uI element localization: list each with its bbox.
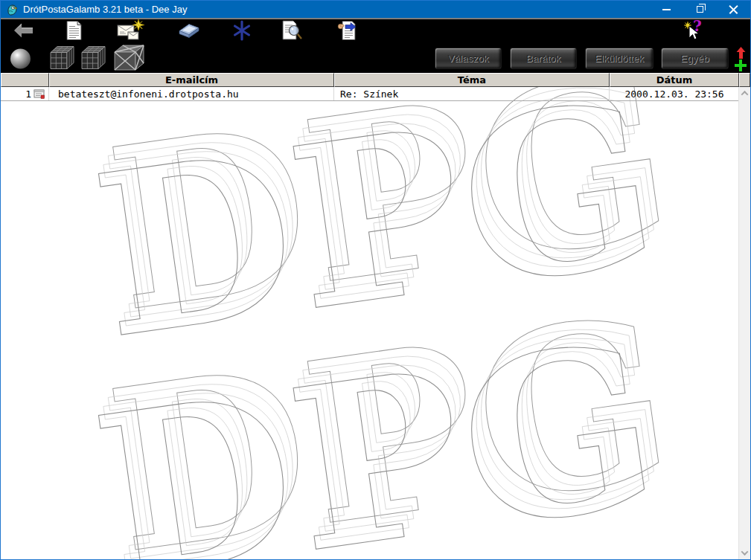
button-label: Válaszok	[448, 53, 489, 64]
category-button-egyeb[interactable]: Egyéb	[661, 48, 729, 69]
search-mail-icon[interactable]	[282, 20, 303, 44]
wireframe-front-face: DPG	[82, 292, 674, 559]
mail-list-content: DPG DPG DPG DPG DPG DPG DPG DPG 1	[1, 87, 750, 559]
column-header-subject[interactable]: Téma	[334, 73, 610, 87]
scroll-down-button[interactable]	[739, 547, 751, 559]
column-header-date[interactable]: Dátum	[610, 73, 739, 87]
chevron-up-icon	[741, 91, 749, 98]
column-header-index[interactable]	[1, 73, 49, 87]
category-button-valaszok[interactable]: Válaszok	[435, 48, 502, 69]
close-icon	[729, 4, 738, 14]
mail-item-icon	[33, 89, 45, 99]
trash-cube-icon[interactable]	[79, 45, 106, 73]
delete-cube-icon[interactable]	[111, 44, 146, 74]
wireframe-edge: DPG	[92, 274, 684, 559]
mail-row-date-cell: 2000.12.03. 23:56	[610, 87, 739, 100]
minimize-button[interactable]	[650, 1, 683, 18]
mail-row-subject-cell: Re: Színek	[334, 87, 610, 100]
asterisk-icon[interactable]	[233, 20, 251, 44]
restore-button[interactable]	[683, 1, 717, 18]
mail-row-email-cell: betateszt@infoneni.drotposta.hu	[49, 87, 334, 100]
category-button-elkuldottek[interactable]: Elküldöttek	[585, 48, 653, 69]
mail-list-header: E-mailcím Téma Dátum	[1, 73, 750, 87]
header-corner	[739, 73, 750, 87]
scroll-up-button[interactable]	[739, 87, 751, 100]
mail-row-date: 2000.12.03. 23:56	[624, 88, 723, 100]
wireframe-edge: DPG	[86, 283, 679, 559]
restore-icon	[697, 6, 703, 13]
new-document-icon[interactable]	[66, 21, 82, 44]
dpg-wireframe-watermark: DPG DPG DPG DPG DPG DPG DPG DPG	[1, 87, 740, 559]
chevron-down-icon	[741, 548, 749, 556]
titlebar: DrótPostaGalamb 3.21 beta - Dee Jay	[1, 1, 750, 18]
mail-row[interactable]: 1 betateszt@infoneni.drotposta.hu Re: Sz…	[1, 87, 739, 101]
wireframe-back-face: DPG	[96, 87, 688, 361]
wireframe-edge: DPG	[92, 87, 684, 370]
mail-row-subject: Re: Színek	[340, 88, 398, 100]
wireframe-back-face: DPG	[96, 265, 688, 559]
mail-row-email: betateszt@infoneni.drotposta.hu	[58, 88, 239, 100]
trash-cube-icon[interactable]	[48, 45, 75, 73]
app-window: DrótPostaGalamb 3.21 beta - Dee Jay	[0, 0, 751, 560]
column-header-email[interactable]: E-mailcím	[49, 73, 334, 87]
minimize-icon	[662, 9, 671, 10]
sphere-icon[interactable]	[10, 49, 31, 69]
wireframe-front-face: DPG	[82, 87, 674, 388]
window-controls	[650, 1, 750, 18]
add-icon[interactable]	[735, 59, 747, 74]
button-label: Elküldöttek	[595, 53, 644, 64]
mail-row-index-cell: 1	[1, 87, 49, 100]
help-icon[interactable]: ?	[683, 19, 705, 45]
compose-mail-icon[interactable]	[117, 19, 145, 45]
button-label: Barátok	[526, 53, 561, 64]
window-title: DrótPostaGalamb 3.21 beta - Dee Jay	[23, 4, 187, 15]
wireframe-edge: DPG	[86, 87, 679, 379]
category-button-baratok[interactable]: Barátok	[510, 48, 577, 69]
category-toolbar: Válaszok Barátok Elküldöttek Egyéb	[1, 45, 750, 73]
mail-row-index: 1	[25, 88, 31, 100]
back-arrow-icon[interactable]	[14, 24, 33, 41]
pigeon-app-icon	[5, 4, 17, 16]
button-label: Egyéb	[680, 53, 709, 64]
address-book-icon[interactable]	[178, 23, 200, 42]
close-button[interactable]	[717, 1, 750, 18]
send-mail-icon[interactable]	[337, 21, 358, 44]
main-toolbar: ?	[1, 19, 750, 45]
vertical-scrollbar[interactable]	[738, 87, 750, 559]
